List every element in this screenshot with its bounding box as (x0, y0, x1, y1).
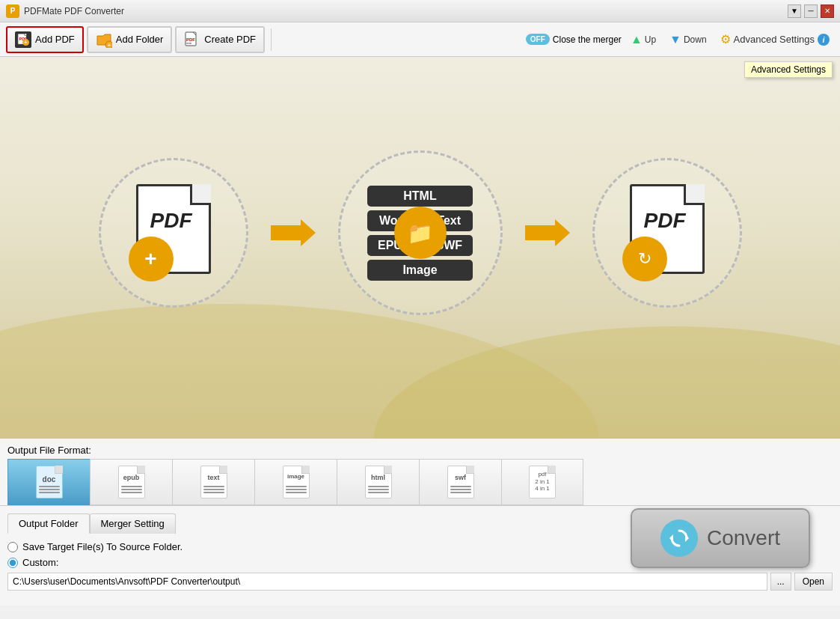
add-pdf-label: Add PDF (35, 34, 75, 45)
svg-rect-1 (25, 33, 27, 35)
add-folder-label: Add Folder (116, 34, 164, 45)
close-merger-label: Close the merger (553, 34, 622, 45)
browse-button[interactable]: ... (770, 573, 791, 591)
open-button[interactable]: Open (794, 573, 833, 591)
create-pdf-label: Create PDF (204, 34, 256, 45)
swf-file-icon: swf (447, 466, 474, 498)
bottom-section: Output Folder Merger Setting Save Target… (0, 505, 840, 606)
svg-marker-12 (271, 219, 316, 246)
toolbar: PDF + Add PDF + Add Folder PDF ●●● Cr (0, 22, 840, 57)
toolbar-right: OFF Close the merger ▲ Up ▼ Down ⚙ Advan… (526, 30, 834, 49)
down-button[interactable]: ▼ Down (665, 31, 711, 49)
toggle-state: OFF (526, 34, 550, 45)
app-title: PDFMate PDF Converter (24, 6, 788, 16)
add-pdf-icon: PDF + (15, 31, 31, 48)
tab-merger-label: Merger Setting (101, 518, 165, 529)
radio-source-label: Save Target File(s) To Source Folder. (22, 541, 183, 552)
html-file-icon: html (365, 466, 392, 498)
format-tab-pdf[interactable]: pdf2 in 14 in 1 (501, 459, 583, 505)
path-input[interactable] (7, 573, 767, 591)
settings-gear-icon: ⚙ (720, 32, 731, 46)
bottom-content-area: Output Folder Merger Setting Save Target… (7, 513, 833, 591)
radio-custom[interactable] (7, 558, 18, 568)
add-badge: + (129, 237, 174, 281)
plus-icon: + (144, 248, 156, 269)
main-illustration: PDF + ⌂ 📁 HTML Word Text EPUB (0, 57, 840, 439)
pdf-special-file-icon: pdf2 in 14 in 1 (529, 466, 556, 498)
format-tab-text[interactable]: text (172, 459, 254, 505)
arrow-2 (525, 218, 570, 248)
tab-output-label: Output Folder (19, 518, 79, 529)
format-circle: 📁 HTML Word Text EPUB SWF Image (338, 150, 503, 315)
convert-icon (660, 519, 698, 557)
refresh-icon: ↻ (638, 249, 652, 269)
path-row: ... Open (7, 573, 833, 591)
convert-button[interactable]: Convert (631, 508, 810, 568)
image-format-tag: Image (367, 260, 473, 281)
flow-diagram: PDF + ⌂ 📁 HTML Word Text EPUB (99, 150, 742, 315)
close-btn[interactable]: ✕ (821, 4, 834, 18)
input-pdf-icon: PDF + ⌂ (129, 184, 218, 281)
radio-custom-label: Custom: (22, 557, 58, 568)
html-format-tag: HTML (367, 186, 473, 207)
svg-text:+: + (107, 42, 111, 48)
format-tab-epub[interactable]: epub (90, 459, 172, 505)
add-folder-button[interactable]: + Add Folder (87, 26, 173, 53)
arrow-1 (271, 218, 316, 248)
format-tab-html[interactable]: html (337, 459, 419, 505)
radio-source[interactable] (7, 542, 18, 552)
doc-file-icon: doc (36, 466, 63, 498)
convert-label: Convert (707, 526, 780, 550)
format-bar-label: Output File Format: (7, 445, 833, 456)
toolbar-separator (271, 28, 272, 51)
format-tab-doc[interactable]: doc (7, 459, 90, 505)
adv-settings-label: Advanced Settings (734, 34, 815, 45)
minimize-btn[interactable]: ─ (804, 4, 818, 18)
input-pdf-circle: PDF + ⌂ (99, 158, 248, 308)
convert-button-wrap: Convert (631, 508, 810, 568)
format-bar-section: Output File Format: doc epub (0, 439, 840, 505)
image-file-icon: image (283, 466, 310, 498)
tab-output-folder[interactable]: Output Folder (7, 513, 90, 534)
format-tabs: doc epub text (7, 459, 833, 505)
open-label: Open (803, 576, 824, 587)
epub-file-icon: epub (118, 466, 145, 498)
svg-text:●●●: ●●● (186, 41, 192, 45)
up-button[interactable]: ▲ Up (626, 31, 660, 49)
window-controls: ▼ ─ ✕ (788, 4, 834, 18)
down-label: Down (684, 34, 707, 45)
add-folder-icon: + (96, 31, 112, 48)
create-pdf-button[interactable]: PDF ●●● Create PDF (175, 26, 265, 53)
pdf-special-label: pdf2 in 14 in 1 (534, 468, 551, 495)
tab-merger-setting[interactable]: Merger Setting (90, 513, 176, 534)
dropdown-btn[interactable]: ▼ (788, 4, 801, 18)
add-pdf-button[interactable]: PDF + Add PDF (6, 26, 84, 53)
svg-marker-13 (525, 219, 570, 246)
up-arrow-icon: ▲ (631, 33, 643, 46)
output-pdf-text: PDF (644, 209, 686, 233)
app-logo: P (6, 4, 19, 18)
info-icon: i (818, 34, 830, 46)
svg-text:+: + (24, 39, 27, 46)
output-pdf-circle: PDF ↻ ⌂ (592, 158, 742, 308)
text-file-icon: text (200, 466, 227, 498)
format-center-badge: 📁 (394, 207, 447, 259)
advanced-settings-button[interactable]: ⚙ Advanced Settings i (716, 30, 834, 49)
down-arrow-icon: ▼ (669, 33, 681, 46)
create-pdf-icon: PDF ●●● (184, 31, 200, 48)
up-label: Up (645, 34, 656, 45)
output-pdf-icon: PDF ↻ ⌂ (622, 184, 712, 281)
output-badge: ↻ (622, 237, 667, 281)
title-bar: P PDFMate PDF Converter ▼ ─ ✕ (0, 0, 840, 22)
pdf-text-label: PDF (150, 209, 192, 233)
browse-label: ... (777, 576, 785, 587)
folder-icon: 📁 (407, 221, 433, 246)
close-merger-toggle[interactable]: OFF Close the merger (526, 34, 622, 45)
tooltip-text: Advanced Settings (751, 64, 826, 75)
format-tab-swf[interactable]: swf (419, 459, 501, 505)
advanced-settings-tooltip: Advanced Settings (744, 61, 833, 78)
format-tab-image[interactable]: image (254, 459, 337, 505)
